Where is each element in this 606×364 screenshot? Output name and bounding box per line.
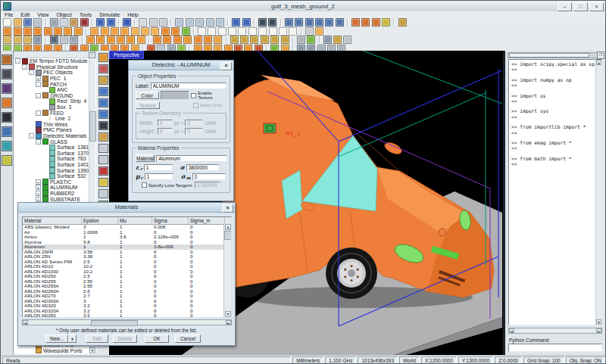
tree-expand-icon[interactable]: - [36, 93, 41, 98]
console-scroll-right[interactable]: ► [596, 328, 601, 333]
cylinder-icon[interactable] [33, 27, 42, 36]
materials-scroll-up[interactable]: ▲ [225, 224, 231, 230]
height-units-input[interactable] [185, 128, 203, 135]
grid-fine-icon[interactable] [60, 36, 68, 44]
show-axes-icon[interactable] [295, 18, 303, 26]
show-grid-icon[interactable] [285, 18, 293, 26]
freeze-object-icon[interactable] [351, 18, 360, 26]
console-scroll-down[interactable]: ▼ [596, 319, 601, 325]
panel-top-scrollbar-thumb[interactable] [509, 53, 589, 58]
tree-item-box-3[interactable]: Box_3 [14, 104, 96, 110]
point-icon[interactable] [279, 27, 287, 36]
layers-icon[interactable] [163, 36, 171, 44]
tree-panel-dock-button[interactable]: ▫ [89, 52, 95, 58]
tree-item-line-2[interactable]: /Line_2 [14, 116, 96, 122]
loss-tangent-checkbox[interactable] [142, 182, 147, 188]
show-bounds-icon[interactable] [305, 18, 314, 26]
link-objects-icon[interactable] [323, 36, 332, 44]
delete-icon[interactable] [80, 18, 89, 26]
materials-scroll-right[interactable]: ► [226, 320, 231, 325]
tree-item-anc[interactable]: ANC [14, 87, 96, 93]
new-icon[interactable] [3, 18, 11, 26]
column-header-mu[interactable]: Mu [118, 217, 152, 224]
gear-subtract-icon[interactable] [240, 36, 248, 44]
zoom-selected-icon[interactable] [216, 18, 224, 26]
show-normals-icon[interactable] [325, 18, 333, 26]
wand-tool-icon[interactable] [382, 18, 390, 26]
line-icon[interactable] [198, 27, 206, 36]
module-blue-icon[interactable] [2, 126, 12, 137]
zoom-in-icon[interactable] [175, 18, 183, 26]
tree-item-em-tempo-fdtd-module[interactable]: -EM Tempo FDTD Module [14, 58, 96, 64]
materials-hscroll-thumb[interactable] [91, 320, 138, 326]
menu-object[interactable]: Object [52, 12, 75, 17]
menu-tools[interactable]: Tools [76, 12, 95, 17]
tree-item-substrate[interactable]: +SUBSTRATE [14, 196, 96, 202]
materials-scroll-left[interactable]: ◄ [23, 320, 28, 325]
sweep-icon[interactable] [96, 36, 105, 44]
tree-item-aluminum[interactable]: +ALUMINUM [14, 185, 96, 191]
tool-x-icon[interactable] [281, 36, 289, 44]
display-solid-icon[interactable] [268, 18, 276, 26]
polygon-plane-icon[interactable] [151, 27, 159, 36]
folder-x-icon[interactable] [98, 132, 108, 142]
surface-of-rotation-icon[interactable] [161, 27, 170, 36]
tree-expand-icon[interactable]: + [36, 179, 41, 185]
zoom-window-icon[interactable] [195, 18, 204, 26]
arc-icon[interactable] [218, 27, 226, 36]
tree-item-feed[interactable]: -FEED [14, 110, 96, 116]
tree-scrollbar-thumb[interactable] [89, 111, 96, 142]
tree-item-pec-objects[interactable]: -PEC Objects [14, 70, 96, 76]
tree-list-icon[interactable] [398, 18, 407, 26]
help-icon[interactable] [123, 18, 131, 26]
copy-icon[interactable] [60, 18, 68, 26]
materials-table-hscrollbar[interactable]: ◄ ► [22, 319, 232, 325]
anchor-point-icon[interactable] [333, 36, 342, 44]
target-snap-icon[interactable] [261, 36, 269, 44]
console-scroll-up[interactable]: ▲ [596, 60, 601, 65]
tree-item-pec-1[interactable]: +PEC_1 [14, 76, 96, 82]
move-object-icon[interactable] [3, 36, 11, 44]
new-material-dropdown-icon[interactable]: ▼ [68, 334, 77, 343]
paint-object-icon[interactable] [153, 36, 161, 44]
percent-scale-icon[interactable] [98, 64, 108, 73]
zoom-out-icon[interactable] [186, 18, 194, 26]
extrude-icon[interactable] [107, 36, 115, 44]
cone-icon[interactable] [23, 27, 32, 36]
moon-shape-icon[interactable] [183, 36, 192, 44]
color-button[interactable]: Color [136, 92, 159, 99]
sigma-input[interactable] [186, 164, 220, 171]
helix-solid-icon[interactable] [182, 27, 190, 36]
materials-dialog-title[interactable]: Materials × [18, 203, 235, 213]
prism-icon[interactable] [74, 27, 83, 36]
material-button[interactable]: Material [136, 154, 155, 162]
curve-icon[interactable] [248, 27, 257, 36]
materials-table-vscrollbar[interactable]: ▲ ▼ [223, 224, 231, 317]
paste-icon[interactable] [70, 18, 78, 26]
edit-material-button[interactable]: Edit [86, 334, 108, 343]
tree-item-surface-532[interactable]: Surface_532 [14, 173, 96, 179]
tree-mesh-icon[interactable] [50, 36, 58, 44]
tree-item-dielectric-materials[interactable]: -Dielectric Materials [14, 133, 96, 139]
materials-dialog-close-icon[interactable]: × [222, 204, 233, 213]
snap-move-icon[interactable] [33, 36, 42, 44]
width-px-input[interactable] [158, 120, 173, 126]
ellipsoid-icon[interactable] [54, 27, 62, 36]
show-boundary-icon[interactable] [336, 18, 344, 26]
column-header-epsilon[interactable]: Epsilon [82, 217, 118, 224]
check-red-icon[interactable] [98, 166, 108, 176]
pencil-edit-icon[interactable] [194, 36, 202, 44]
column-header-sigma_m[interactable]: Sigma_m [189, 217, 225, 224]
module-black-icon[interactable] [2, 112, 12, 123]
leaf-material-icon[interactable] [307, 36, 315, 44]
tree-expand-icon[interactable]: - [36, 110, 41, 116]
ellipse-icon[interactable] [238, 27, 246, 36]
gear-intersect-icon[interactable] [250, 36, 258, 44]
module-teal-icon[interactable] [2, 141, 12, 151]
taper-solid-icon[interactable] [171, 27, 180, 36]
viewport-window-icon[interactable] [98, 53, 108, 62]
tree-item-rubber2[interactable]: +RUBBER2 [14, 191, 96, 197]
python-command-input[interactable] [508, 344, 602, 352]
view-next-icon[interactable] [242, 18, 251, 26]
epsilon-input[interactable] [144, 164, 173, 171]
